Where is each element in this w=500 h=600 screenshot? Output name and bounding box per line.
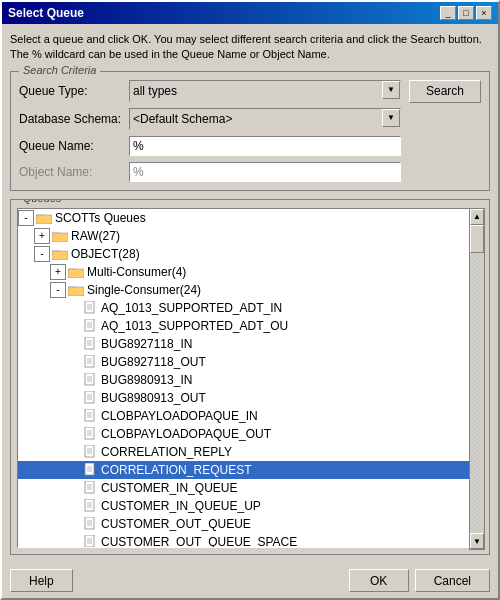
tree-item-label: CUSTOMER_IN_QUEUE_UP: [101, 499, 261, 513]
object-name-input[interactable]: [129, 162, 401, 182]
close-button[interactable]: ×: [476, 6, 492, 20]
folder-icon: [36, 212, 52, 224]
tree-item-label: BUG8980913_OUT: [101, 391, 206, 405]
tree-item-label: BUG8980913_IN: [101, 373, 192, 387]
tree-item-label: CORRELATION_REPLY: [101, 445, 232, 459]
tree-leaf-spacer: [66, 318, 82, 334]
tree-item-label: RAW(27): [71, 229, 120, 243]
database-schema-label: Database Schema:: [19, 112, 129, 126]
tree-item-label: Single-Consumer(24): [87, 283, 201, 297]
database-schema-select[interactable]: <Default Schema>: [129, 108, 401, 130]
title-bar: Select Queue _ □ ×: [2, 2, 498, 24]
tree-item[interactable]: BUG8980913_OUT: [18, 389, 470, 407]
tree-item[interactable]: BUG8927118_IN: [18, 335, 470, 353]
tree-item[interactable]: - SCOTTs Queues: [18, 209, 470, 227]
tree-item-label: CLOBPAYLOADOPAQUE_OUT: [101, 427, 271, 441]
tree-expander[interactable]: -: [18, 210, 34, 226]
document-icon: [84, 427, 98, 441]
tree-item-label: Multi-Consumer(4): [87, 265, 186, 279]
tree-leaf-spacer: [66, 300, 82, 316]
minimize-button[interactable]: _: [440, 6, 456, 20]
tree-leaf-spacer: [66, 408, 82, 424]
scroll-track: [470, 225, 484, 533]
folder-icon: [68, 266, 84, 278]
tree-item[interactable]: AQ_1013_SUPPORTED_ADT_IN: [18, 299, 470, 317]
tree-item-label: AQ_1013_SUPPORTED_ADT_OU: [101, 319, 288, 333]
queue-tree[interactable]: - SCOTTs Queues+ RAW(27)- OBJECT(28)+ Mu…: [17, 208, 471, 548]
scroll-down-button[interactable]: ▼: [470, 533, 484, 549]
queue-type-select-wrapper: all types RAW OBJECT ▼: [129, 80, 401, 102]
maximize-button[interactable]: □: [458, 6, 474, 20]
tree-item-label: CLOBPAYLOADOPAQUE_IN: [101, 409, 258, 423]
tree-item[interactable]: CUSTOMER_OUT_QUEUE_SPACE: [18, 533, 470, 548]
queue-type-row: Queue Type: all types RAW OBJECT ▼: [19, 80, 401, 102]
tree-expander[interactable]: +: [50, 264, 66, 280]
search-button[interactable]: Search: [409, 80, 481, 103]
object-name-row: Object Name:: [19, 162, 401, 182]
tree-leaf-spacer: [66, 354, 82, 370]
queues-group: Queues - SCOTTs Queues+ RAW(27)- OBJECT(…: [10, 199, 490, 555]
document-icon: [84, 391, 98, 405]
tree-item[interactable]: CORRELATION_REQUEST: [18, 461, 470, 479]
tree-item[interactable]: CUSTOMER_OUT_QUEUE: [18, 515, 470, 533]
tree-item[interactable]: CLOBPAYLOADOPAQUE_OUT: [18, 425, 470, 443]
document-icon: [84, 517, 98, 531]
svg-rect-14: [69, 288, 83, 295]
tree-item[interactable]: CUSTOMER_IN_QUEUE_UP: [18, 497, 470, 515]
tree-expander[interactable]: -: [50, 282, 66, 298]
tree-item[interactable]: BUG8927118_OUT: [18, 353, 470, 371]
ok-button[interactable]: OK: [349, 569, 409, 592]
search-criteria-label: Search Criteria: [19, 64, 100, 76]
document-icon: [84, 355, 98, 369]
main-content: Select a queue and click OK. You may sel…: [2, 24, 498, 563]
tree-leaf-spacer: [66, 336, 82, 352]
tree-item-label: CUSTOMER_OUT_QUEUE: [101, 517, 251, 531]
svg-rect-8: [53, 252, 67, 259]
svg-rect-2: [37, 216, 51, 223]
folder-icon: [52, 230, 68, 242]
tree-item[interactable]: + Multi-Consumer(4): [18, 263, 470, 281]
tree-leaf-spacer: [66, 444, 82, 460]
document-icon: [84, 535, 98, 548]
tree-item-label: AQ_1013_SUPPORTED_ADT_IN: [101, 301, 282, 315]
tree-item[interactable]: CLOBPAYLOADOPAQUE_IN: [18, 407, 470, 425]
svg-rect-5: [53, 234, 67, 241]
window-title: Select Queue: [8, 6, 84, 20]
tree-expander[interactable]: -: [34, 246, 50, 262]
help-button[interactable]: Help: [10, 569, 73, 592]
tree-item-label: BUG8927118_OUT: [101, 355, 206, 369]
tree-item-label: OBJECT(28): [71, 247, 140, 261]
document-icon: [84, 337, 98, 351]
tree-leaf-spacer: [66, 372, 82, 388]
tree-item[interactable]: CORRELATION_REPLY: [18, 443, 470, 461]
tree-leaf-spacer: [66, 498, 82, 514]
tree-item[interactable]: - OBJECT(28): [18, 245, 470, 263]
cancel-button[interactable]: Cancel: [415, 569, 490, 592]
tree-expander[interactable]: +: [34, 228, 50, 244]
tree-item-label: CORRELATION_REQUEST: [101, 463, 251, 477]
description-text: Select a queue and click OK. You may sel…: [10, 32, 490, 63]
tree-item-label: BUG8927118_IN: [101, 337, 192, 351]
tree-item[interactable]: - Single-Consumer(24): [18, 281, 470, 299]
queue-type-label: Queue Type:: [19, 84, 129, 98]
document-icon: [84, 499, 98, 513]
document-icon: [84, 301, 98, 315]
ok-cancel-buttons: OK Cancel: [349, 569, 490, 592]
tree-item-label: CUSTOMER_IN_QUEUE: [101, 481, 237, 495]
tree-item-label: SCOTTs Queues: [55, 211, 146, 225]
folder-icon: [52, 248, 68, 260]
tree-item[interactable]: AQ_1013_SUPPORTED_ADT_OU: [18, 317, 470, 335]
tree-item[interactable]: BUG8980913_IN: [18, 371, 470, 389]
search-criteria-group: Search Criteria Queue Type: all types RA…: [10, 71, 490, 191]
database-schema-select-wrapper: <Default Schema> ▼: [129, 108, 401, 130]
bottom-bar: Help OK Cancel: [2, 563, 498, 598]
database-schema-row: Database Schema: <Default Schema> ▼: [19, 108, 401, 130]
queue-name-input[interactable]: [129, 136, 401, 156]
scroll-thumb[interactable]: [470, 225, 484, 253]
queue-type-select[interactable]: all types RAW OBJECT: [129, 80, 401, 102]
scroll-up-button[interactable]: ▲: [470, 209, 484, 225]
document-icon: [84, 319, 98, 333]
tree-item[interactable]: + RAW(27): [18, 227, 470, 245]
tree-item[interactable]: CUSTOMER_IN_QUEUE: [18, 479, 470, 497]
select-queue-dialog: Select Queue _ □ × Select a queue and cl…: [0, 0, 500, 600]
